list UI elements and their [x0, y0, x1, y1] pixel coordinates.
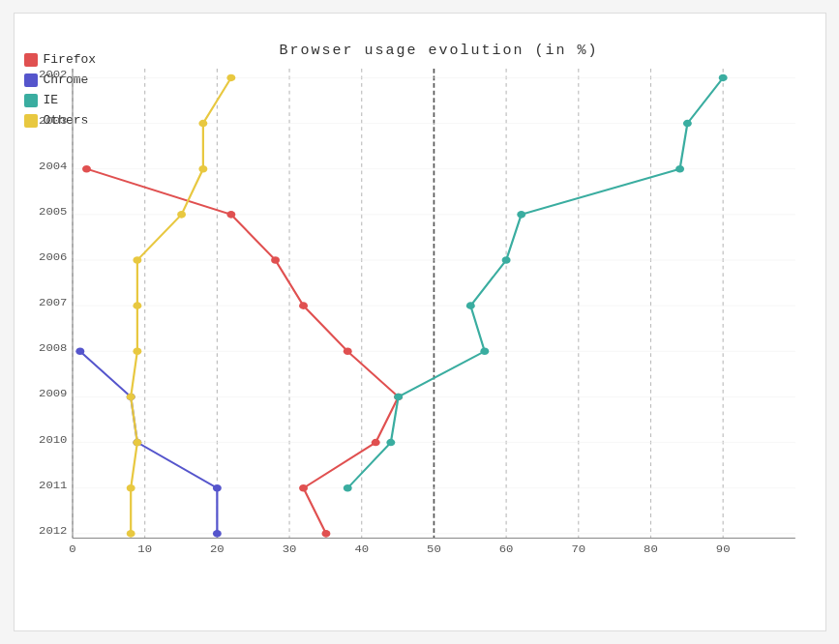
others-dot-2007: [133, 302, 141, 309]
ie-dot-2010: [386, 439, 395, 447]
firefox-dot-2004: [82, 165, 91, 173]
legend-item-firefox: Firefox: [24, 52, 97, 67]
others-dot-2002: [226, 74, 235, 82]
svg-text:2012: 2012: [39, 526, 67, 537]
svg-text:2007: 2007: [39, 298, 67, 308]
svg-text:30: 30: [282, 543, 296, 554]
svg-text:2002: 2002: [39, 70, 67, 80]
svg-text:70: 70: [571, 543, 585, 554]
legend-color-ie: [24, 94, 38, 107]
others-dot-2011: [126, 484, 135, 492]
firefox-dot-2012: [321, 530, 330, 538]
firefox-dot-2010: [371, 439, 379, 447]
chrome-dot-2008: [75, 348, 84, 356]
ie-dot-2003: [682, 120, 691, 128]
svg-text:2009: 2009: [39, 389, 68, 399]
svg-text:0: 0: [69, 543, 76, 554]
ie-dot-2005: [517, 211, 525, 219]
svg-text:60: 60: [498, 543, 513, 554]
svg-text:2011: 2011: [39, 480, 68, 490]
ie-dot-2011: [343, 484, 351, 492]
ie-dot-2004: [675, 165, 684, 173]
svg-text:90: 90: [715, 543, 730, 554]
others-dot-2005: [177, 211, 186, 219]
others-dot-2009: [126, 394, 135, 401]
svg-text:2006: 2006: [39, 252, 68, 263]
others-dot-2004: [198, 165, 207, 173]
svg-text:2010: 2010: [39, 434, 68, 445]
chrome-dot-2011: [212, 484, 221, 492]
legend-label-firefox: Firefox: [44, 52, 97, 67]
svg-text:2005: 2005: [39, 207, 68, 218]
svg-text:40: 40: [354, 543, 369, 554]
others-dot-2006: [133, 256, 141, 264]
chart-title: Browser usage evolution (in %): [73, 43, 806, 59]
ie-dot-2006: [501, 256, 510, 264]
firefox-dot-2005: [226, 211, 235, 219]
legend-color-chrome: [24, 73, 38, 87]
svg-text:2008: 2008: [39, 343, 68, 354]
others-dot-2003: [198, 120, 207, 128]
chart-container: Browser usage evolution (in %) Firefox C…: [14, 13, 826, 631]
svg-text:50: 50: [427, 543, 441, 554]
others-dot-2008: [133, 348, 141, 356]
svg-text:2003: 2003: [39, 115, 68, 126]
ie-line: [347, 77, 723, 487]
firefox-dot-2007: [299, 302, 308, 309]
firefox-dot-2011: [299, 484, 308, 492]
legend-color-firefox: [24, 53, 38, 67]
ie-dot-2007: [465, 302, 474, 309]
ie-dot-2008: [480, 348, 489, 356]
svg-text:2004: 2004: [39, 161, 68, 171]
ie-dot-2009: [394, 394, 403, 401]
ie-dot-2002: [718, 74, 727, 82]
firefox-dot-2006: [271, 256, 280, 264]
svg-text:20: 20: [210, 543, 225, 554]
others-dot-2010: [133, 439, 141, 447]
chart-area: 2002 2003 2004 2005 2006 2007 2008 2009 …: [73, 69, 806, 579]
legend-label-ie: IE: [44, 93, 59, 107]
legend-color-others: [24, 114, 38, 128]
firefox-dot-2008: [343, 348, 351, 356]
chrome-dot-2012: [212, 530, 221, 538]
svg-text:10: 10: [137, 543, 152, 554]
chart-svg: 2002 2003 2004 2005 2006 2007 2008 2009 …: [73, 69, 806, 579]
others-dot-2012: [126, 530, 135, 538]
svg-text:80: 80: [644, 543, 658, 554]
